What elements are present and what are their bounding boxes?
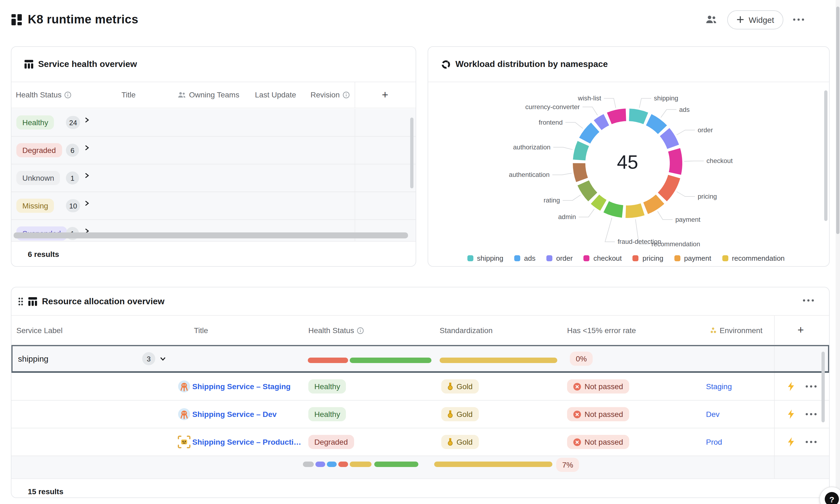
- lightning-icon[interactable]: [787, 382, 795, 391]
- group-row-next[interactable]: 7%: [12, 456, 829, 479]
- col-health-status[interactable]: Health Status: [308, 326, 364, 335]
- page-scrollbar[interactable]: [836, 6, 839, 234]
- donut-segment-wish-list[interactable]: [609, 115, 626, 119]
- page-more-menu[interactable]: [793, 18, 804, 21]
- chevron-down-icon[interactable]: [160, 355, 166, 362]
- health-bar-suspended: [315, 462, 325, 467]
- col-title[interactable]: Title: [194, 326, 208, 335]
- label-leader-line: [639, 98, 651, 108]
- health-row-unknown[interactable]: Unknown 1: [12, 164, 416, 192]
- col-health-status[interactable]: Health Status: [16, 90, 71, 99]
- col-error-rate[interactable]: Has <15% error rate: [567, 326, 636, 335]
- donut-segment-fraud-detection[interactable]: [606, 207, 623, 212]
- donut-segment-rating[interactable]: [583, 183, 593, 197]
- col-title[interactable]: Title: [121, 90, 136, 99]
- chevron-right-icon[interactable]: [84, 145, 90, 151]
- donut-segment-authentication[interactable]: [579, 163, 582, 180]
- health-row-healthy[interactable]: Healthy 24: [12, 109, 416, 137]
- donut-label-authentication: authentication: [509, 171, 549, 178]
- col-environment[interactable]: Environment: [710, 326, 763, 335]
- row-more-menu[interactable]: [806, 413, 817, 415]
- x-circle-icon: [573, 382, 581, 391]
- legend-swatch: [467, 255, 473, 261]
- horizontal-scrollbar[interactable]: [14, 232, 408, 238]
- label-leader-line: [563, 195, 581, 200]
- legend-item-shipping[interactable]: shipping: [467, 254, 503, 262]
- legend-item-order[interactable]: order: [546, 254, 573, 262]
- team-icon: [178, 91, 186, 98]
- service-row-production[interactable]: Shipping Service – Producti… Degraded Go…: [12, 428, 829, 456]
- legend-item-pricing[interactable]: pricing: [633, 254, 664, 262]
- row-more-menu[interactable]: [806, 385, 817, 388]
- donut-label-wish-list: wish-list: [578, 94, 601, 102]
- error-rate-badge: 7%: [556, 458, 579, 472]
- donut-segment-recommendation[interactable]: [626, 209, 643, 212]
- service-title-link[interactable]: Shipping Service – Producti…: [192, 437, 301, 446]
- vertical-scrollbar[interactable]: [410, 118, 414, 188]
- donut-segment-admin[interactable]: [595, 199, 603, 205]
- donut-segment-order[interactable]: [665, 132, 673, 147]
- legend-label: ads: [524, 254, 536, 262]
- label-leader-line: [677, 130, 695, 135]
- health-bar-missing: [350, 462, 371, 467]
- standardization-bar: [434, 462, 553, 467]
- legend-item-checkout[interactable]: checkout: [584, 254, 622, 262]
- donut-segment-ads[interactable]: [649, 120, 662, 130]
- environment-link[interactable]: Prod: [706, 437, 722, 446]
- donut-segment-shipping[interactable]: [629, 115, 646, 119]
- health-row-missing[interactable]: Missing 10: [12, 192, 416, 220]
- legend-label: payment: [684, 254, 711, 262]
- page-title: K8 runtime metrics: [28, 13, 138, 27]
- add-column-button[interactable]: +: [798, 324, 804, 335]
- group-row-shipping[interactable]: shipping 3 0%: [12, 345, 829, 373]
- label-leader-line: [583, 107, 598, 115]
- legend-label: recommendation: [732, 254, 785, 262]
- vertical-scrollbar[interactable]: [824, 90, 827, 221]
- donut-segment-frontend[interactable]: [585, 127, 595, 141]
- legend-item-payment[interactable]: payment: [674, 254, 711, 262]
- vertical-scrollbar[interactable]: [821, 352, 825, 422]
- row-more-menu[interactable]: [806, 441, 817, 443]
- x-circle-icon: [573, 410, 581, 418]
- donut-segment-checkout[interactable]: [674, 150, 676, 174]
- service-title-link[interactable]: Shipping Service – Staging: [192, 382, 291, 391]
- lightning-icon[interactable]: [787, 437, 795, 447]
- col-revision[interactable]: Revision: [311, 90, 349, 99]
- col-last-update[interactable]: Last Update: [255, 90, 296, 99]
- service-row-dev[interactable]: Shipping Service – Dev Healthy Gold Not …: [12, 401, 829, 428]
- service-title-link[interactable]: Shipping Service – Dev: [192, 410, 277, 418]
- environment-link[interactable]: Dev: [706, 410, 720, 418]
- health-row-degraded[interactable]: Degraded 6: [12, 137, 416, 164]
- lightning-icon[interactable]: [787, 410, 795, 419]
- group-count: 3: [142, 352, 155, 365]
- col-standardization[interactable]: Standardization: [440, 326, 493, 335]
- drag-handle-icon[interactable]: [18, 297, 23, 306]
- table-icon: [28, 297, 37, 306]
- donut-segment-authorization[interactable]: [579, 143, 583, 160]
- users-icon[interactable]: [706, 15, 718, 24]
- legend-item-recommendation[interactable]: recommendation: [722, 254, 785, 262]
- legend-item-ads[interactable]: ads: [514, 254, 536, 262]
- service-health-card: Service health overview Health Status Ti…: [11, 46, 416, 267]
- chevron-right-icon[interactable]: [84, 200, 90, 206]
- add-column-button[interactable]: +: [382, 89, 388, 100]
- environment-link[interactable]: Staging: [706, 382, 732, 391]
- col-owning-teams[interactable]: Owning Teams: [178, 90, 240, 99]
- donut-segment-pricing[interactable]: [662, 177, 674, 197]
- chevron-right-icon[interactable]: [84, 117, 90, 123]
- donut-chart-icon: [441, 59, 451, 69]
- label-leader-line: [605, 218, 615, 242]
- health-badge: Degraded: [308, 435, 354, 449]
- donut-segment-currency-converter[interactable]: [598, 120, 606, 125]
- dashboard-page: K8 runtime metrics Widget: [0, 0, 840, 504]
- card-more-menu[interactable]: [803, 299, 814, 302]
- add-widget-button[interactable]: Widget: [728, 10, 783, 29]
- health-bar-degraded: [308, 358, 348, 363]
- service-row-staging[interactable]: Shipping Service – Staging Healthy Gold …: [12, 373, 829, 401]
- legend-label: checkout: [594, 254, 622, 262]
- col-service-label[interactable]: Service Label: [16, 326, 63, 335]
- donut-segment-payment[interactable]: [646, 199, 660, 208]
- chevron-right-icon[interactable]: [84, 173, 90, 179]
- plus-icon: [737, 16, 745, 23]
- donut-label-authorization: authorization: [513, 143, 550, 151]
